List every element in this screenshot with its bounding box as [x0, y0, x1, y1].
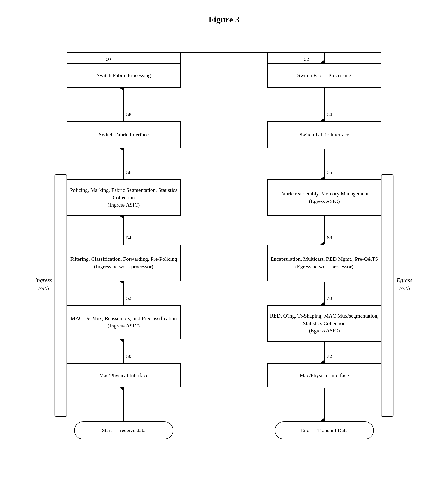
left-start-box: Start — receive data: [74, 421, 173, 440]
ref-64: 64: [327, 111, 332, 118]
right-sfi-box: Switch Fabric Interface: [267, 121, 381, 148]
ref-62: 62: [304, 56, 309, 62]
ref-66: 66: [327, 169, 332, 176]
ref-58: 58: [126, 111, 131, 118]
ref-56: 56: [126, 169, 131, 176]
right-egress-asic2-box: RED, Q'ing, Tr-Shaping, MAC Mux/segmenta…: [267, 305, 381, 342]
right-mac-phys-box: Mac/Physical Interface: [267, 363, 381, 387]
right-np-box: Encapsulation, Multicast, RED Mgmt., Pre…: [267, 245, 381, 281]
left-np-box: Filtering, Classification, Forwarding, P…: [67, 245, 181, 281]
ref-50: 50: [126, 353, 131, 360]
left-sfp-box: Switch Fabric Processing: [67, 63, 181, 88]
right-egress-asic1-box: Fabric reassembly, Memory Management (Eg…: [267, 180, 381, 216]
svg-rect-25: [55, 175, 67, 417]
left-mac-demux-box: MAC De-Mux, Reassembly, and Preclassific…: [67, 305, 181, 339]
right-end-box: End — Transmit Data: [275, 421, 374, 440]
svg-rect-26: [381, 175, 393, 417]
right-sfp-box: Switch Fabric Processing: [267, 63, 381, 88]
left-mac-phys-box: Mac/Physical Interface: [67, 363, 181, 387]
ref-70: 70: [327, 295, 332, 301]
ref-54: 54: [126, 235, 131, 241]
page-title: Figure 3: [0, 0, 448, 34]
left-ingress-asic-box: Policing, Marking, Fabric Segmentation, …: [67, 180, 181, 216]
ingress-path-label: IngressPath: [33, 276, 54, 292]
ref-60: 60: [106, 56, 111, 62]
ref-72: 72: [327, 353, 332, 360]
left-sfi-box: Switch Fabric Interface: [67, 121, 181, 148]
ref-68: 68: [327, 235, 332, 241]
ref-52: 52: [126, 295, 131, 301]
egress-path-label: EgressPath: [394, 276, 415, 292]
